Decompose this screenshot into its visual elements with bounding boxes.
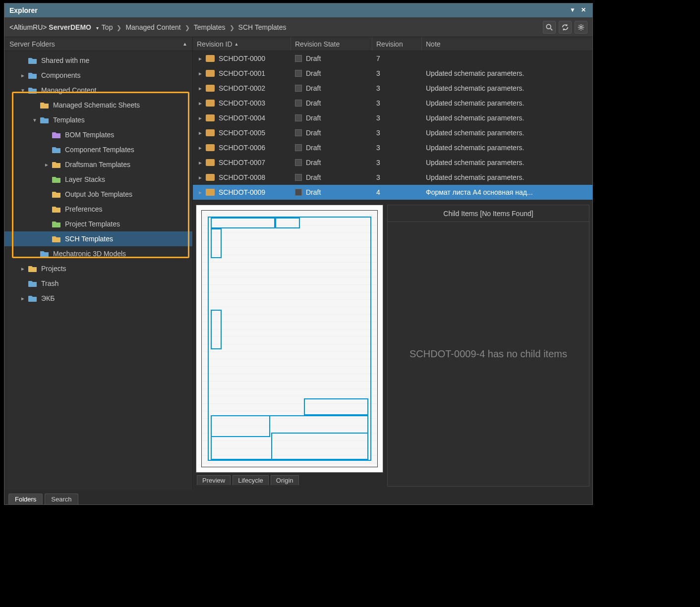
sidebar-item-label: Preferences — [65, 205, 102, 213]
table-row[interactable]: ►SCHDOT-0003Draft3Updated schematic para… — [193, 96, 592, 110]
breadcrumb[interactable]: Top❯Managed Content❯Templates❯SCH Templa… — [102, 23, 287, 31]
toolbar: <AltiumRU> ServerDEMO ▾ Top❯Managed Cont… — [4, 17, 592, 37]
expander-icon[interactable]: ► — [197, 56, 204, 61]
table-row[interactable]: ►SCHDOT-0001Draft3Updated schematic para… — [193, 66, 592, 81]
expander-icon[interactable]: ► — [197, 71, 204, 76]
cell-revision: 3 — [376, 144, 380, 152]
cell-revision-state: Draft — [306, 129, 321, 137]
breadcrumb-segment[interactable]: Top — [102, 23, 113, 31]
folder-icon — [27, 71, 38, 80]
col-header-revision-state[interactable]: Revision State — [291, 37, 372, 51]
child-items-empty-message: SCHDOT-0009-4 has no child items — [388, 222, 589, 486]
folder-icon — [27, 264, 38, 273]
expander-icon[interactable]: ► — [197, 145, 204, 151]
titlebar-title: Explorer — [9, 6, 38, 14]
col-header-revision-id[interactable]: Revision ID ▲ — [193, 37, 291, 51]
sidebar-item[interactable]: Trash — [4, 276, 192, 291]
bottom-tab[interactable]: Search — [45, 494, 78, 504]
preview-tab[interactable]: Preview — [197, 475, 231, 485]
folder-icon — [27, 86, 38, 95]
expander-icon[interactable]: ► — [19, 266, 26, 272]
cell-revision-state: Draft — [306, 55, 321, 62]
folder-icon — [206, 189, 215, 196]
expander-icon[interactable]: ► — [197, 175, 204, 180]
breadcrumb-segment[interactable]: SCH Templates — [238, 23, 287, 31]
folder-tree: Shared with me►Components▼Managed Conten… — [4, 51, 192, 308]
expander-icon[interactable]: ► — [197, 160, 204, 166]
child-items-pane: Child Items [No Items Found] SCHDOT-0009… — [387, 205, 589, 487]
expander-icon[interactable]: ► — [197, 101, 204, 106]
sidebar-item[interactable]: Shared with me — [4, 53, 192, 68]
state-swatch-icon — [295, 189, 302, 196]
sort-asc-icon: ▲ — [182, 41, 187, 47]
expander-icon[interactable]: ► — [19, 73, 26, 78]
col-header-note[interactable]: Note — [422, 37, 592, 51]
sidebar-item[interactable]: SCH Templates — [4, 231, 192, 246]
breadcrumb-segment[interactable]: Managed Content — [125, 23, 180, 31]
table-row[interactable]: ►SCHDOT-0002Draft3Updated schematic para… — [193, 81, 592, 96]
sidebar-item[interactable]: ▼Managed Content — [4, 83, 192, 98]
preview-tab[interactable]: Lifecycle — [233, 475, 269, 485]
settings-icon[interactable] — [575, 21, 587, 34]
cell-note: Updated schematic parameters. — [426, 159, 524, 166]
search-icon[interactable] — [543, 21, 556, 34]
sidebar-item[interactable]: ►ЭКБ — [4, 291, 192, 306]
table-row[interactable]: ►SCHDOT-0005Draft3Updated schematic para… — [193, 125, 592, 140]
close-icon[interactable]: ✕ — [580, 6, 587, 14]
expander-icon[interactable]: ► — [197, 190, 204, 195]
expander-icon[interactable]: ▼ — [19, 88, 26, 93]
sidebar-item[interactable]: Component Templates — [4, 142, 192, 157]
sidebar-item[interactable]: Project Templates — [4, 217, 192, 231]
preview-image[interactable] — [196, 205, 383, 473]
grid-header: Revision ID ▲ Revision State Revision No… — [193, 37, 592, 51]
preview-tabs: PreviewLifecycleOrigin — [196, 473, 383, 487]
table-row[interactable]: ►SCHDOT-0000Draft7 — [193, 51, 592, 66]
cell-revision-id: SCHDOT-0005 — [219, 129, 265, 137]
sidebar-item[interactable]: Mechatronic 3D Models — [4, 246, 192, 261]
folder-icon — [206, 114, 215, 121]
sidebar-header-label: Server Folders — [9, 40, 55, 48]
table-row[interactable]: ►SCHDOT-0008Draft3Updated schematic para… — [193, 170, 592, 185]
sidebar: Server Folders ▲ Shared with me►Componen… — [4, 37, 193, 490]
cell-revision-state: Draft — [306, 173, 321, 181]
cell-revision: 3 — [376, 69, 380, 77]
child-items-header: Child Items [No Items Found] — [388, 205, 589, 222]
folder-icon — [39, 101, 50, 110]
expander-icon[interactable]: ► — [197, 130, 204, 136]
expander-icon[interactable]: ► — [43, 162, 50, 167]
state-swatch-icon — [295, 70, 302, 77]
sidebar-item[interactable]: ►Draftsman Templates — [4, 157, 192, 172]
expander-icon[interactable]: ▼ — [31, 117, 38, 123]
col-header-revision[interactable]: Revision — [372, 37, 422, 51]
table-row[interactable]: ►SCHDOT-0006Draft3Updated schematic para… — [193, 140, 592, 155]
table-row[interactable]: ►SCHDOT-0009Draft4Формат листа А4 основн… — [193, 185, 592, 200]
sidebar-header[interactable]: Server Folders ▲ — [4, 37, 192, 51]
expander-icon[interactable]: ► — [19, 296, 26, 301]
minimize-icon[interactable]: ▼ — [569, 6, 577, 14]
preview-tab[interactable]: Origin — [271, 475, 299, 485]
folder-icon — [206, 100, 215, 107]
sidebar-item[interactable]: ►Projects — [4, 261, 192, 276]
expander-icon[interactable]: ► — [197, 86, 204, 91]
sidebar-item[interactable]: BOM Templates — [4, 127, 192, 142]
expander-icon[interactable]: ► — [197, 115, 204, 121]
sidebar-item-label: Output Job Templates — [65, 190, 132, 198]
sidebar-item[interactable]: Preferences — [4, 202, 192, 217]
table-row[interactable]: ►SCHDOT-0004Draft3Updated schematic para… — [193, 110, 592, 125]
breadcrumb-segment[interactable]: Templates — [194, 23, 226, 31]
cell-note: Updated schematic parameters. — [426, 173, 524, 181]
refresh-icon[interactable] — [559, 21, 572, 34]
sidebar-item-label: Trash — [41, 279, 58, 287]
sidebar-item[interactable]: ▼Templates — [4, 112, 192, 127]
state-swatch-icon — [295, 159, 302, 166]
cell-revision-state: Draft — [306, 99, 321, 107]
sidebar-item[interactable]: Layer Stacks — [4, 172, 192, 187]
bottom-tab[interactable]: Folders — [8, 494, 43, 504]
sidebar-item[interactable]: Managed Schematic Sheets — [4, 98, 192, 112]
sidebar-item[interactable]: ►Components — [4, 68, 192, 83]
svg-line-1 — [551, 28, 553, 30]
cell-revision: 3 — [376, 173, 380, 181]
table-row[interactable]: ►SCHDOT-0007Draft3Updated schematic para… — [193, 155, 592, 170]
sidebar-item[interactable]: Output Job Templates — [4, 187, 192, 202]
server-dropdown[interactable]: <AltiumRU> ServerDEMO ▾ — [9, 23, 102, 31]
